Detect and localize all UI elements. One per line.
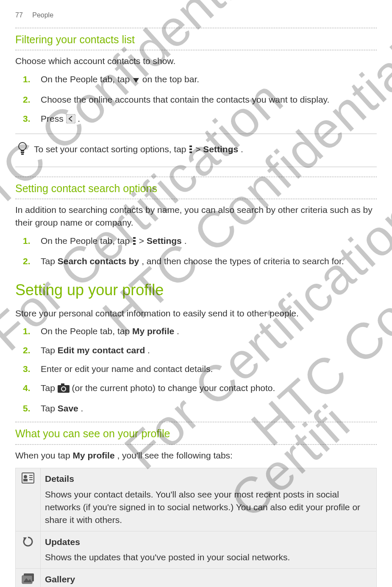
svg-rect-5	[21, 154, 24, 155]
step-text: On the People tab, tap My profile .	[41, 325, 377, 338]
tip-text: To set your contact sorting options, tap…	[34, 143, 243, 157]
my-profile-link: My profile	[72, 450, 114, 460]
step-number: 3.	[15, 112, 41, 127]
step-text: On the People tab, tap on the top bar.	[41, 73, 377, 87]
heading-search-options: Setting contact search options	[15, 181, 377, 196]
page-number: 77	[15, 11, 23, 19]
gallery-tab-title: Gallery	[45, 573, 372, 586]
lightbulb-icon	[17, 142, 28, 159]
camera-icon	[58, 383, 70, 396]
step-number: 1.	[15, 235, 41, 249]
section-name: People	[32, 11, 53, 19]
svg-rect-11	[133, 243, 136, 245]
svg-rect-12	[58, 385, 70, 393]
step-text: Tap Search contacts by , and then choose…	[41, 255, 377, 268]
svg-rect-7	[189, 148, 192, 150]
body-text: When you tap My profile , you'll see the…	[15, 449, 377, 462]
divider	[15, 50, 377, 50]
step-number: 2.	[15, 344, 41, 357]
step-text: Choose the online accounts that contain …	[41, 93, 377, 106]
svg-rect-9	[133, 237, 136, 239]
heading-what-you-can-see: What you can see on your profile	[15, 426, 377, 441]
overflow-menu-icon	[132, 236, 136, 249]
updates-tab-title: Updates	[45, 536, 372, 548]
svg-rect-6	[189, 145, 192, 147]
step-text: Tap (or the current photo) to change you…	[41, 382, 377, 396]
svg-marker-0	[133, 78, 139, 83]
svg-rect-3	[21, 150, 24, 151]
steps-list: 1. On the People tab, tap > Settings . 2…	[15, 235, 377, 268]
step-number: 3.	[15, 363, 41, 375]
svg-rect-13	[61, 383, 64, 386]
settings-link: Settings	[203, 144, 238, 154]
gallery-tab-cell: Gallery Shows your social network albums…	[41, 568, 377, 587]
divider	[15, 176, 377, 177]
svg-rect-1	[66, 114, 75, 123]
step-number: 2.	[15, 93, 41, 106]
divider	[15, 444, 377, 445]
search-contacts-by-link: Search contacts by	[58, 256, 139, 266]
divider	[15, 198, 377, 199]
divider	[15, 28, 377, 28]
step-number: 4.	[15, 382, 41, 396]
step-number: 1.	[15, 325, 41, 338]
settings-link: Settings	[147, 236, 182, 246]
my-profile-link: My profile	[132, 326, 174, 336]
tip-box: To set your contact sorting options, tap…	[15, 134, 377, 167]
heading-filtering: Filtering your contacts list	[15, 32, 377, 47]
body-text: Store your personal contact information …	[15, 307, 377, 320]
updates-tab-icon	[16, 531, 41, 568]
table-row: Updates Shows the updates that you've po…	[16, 531, 377, 568]
gallery-tab-icon	[16, 568, 41, 587]
details-tab-icon	[16, 468, 41, 531]
details-tab-body: Shows your contact details. You'll also …	[45, 489, 360, 525]
updates-tab-cell: Updates Shows the updates that you've po…	[41, 531, 377, 568]
overflow-menu-icon	[189, 145, 193, 157]
dropdown-triangle-icon	[132, 75, 140, 87]
svg-rect-17	[23, 479, 28, 481]
body-text: Choose which account contacts to show.	[15, 55, 377, 67]
save-link: Save	[58, 403, 78, 413]
step-text: On the People tab, tap > Settings .	[41, 235, 377, 249]
steps-list: 1. On the People tab, tap on the top bar…	[15, 73, 377, 127]
details-tab-cell: Details Shows your contact details. You'…	[41, 468, 377, 531]
divider	[15, 422, 377, 422]
details-tab-title: Details	[45, 472, 372, 485]
tabs-table: Details Shows your contact details. You'…	[15, 468, 377, 587]
steps-list: 1. On the People tab, tap My profile . 2…	[15, 325, 377, 415]
step-number: 1.	[15, 73, 41, 87]
edit-contact-card-link: Edit my contact card	[58, 345, 145, 355]
step-text: Tap Save .	[41, 402, 377, 415]
svg-point-2	[19, 143, 26, 150]
step-text: Tap Edit my contact card .	[41, 344, 377, 357]
step-number: 2.	[15, 255, 41, 268]
back-chevron-icon	[66, 114, 75, 127]
table-row: Details Shows your contact details. You'…	[16, 468, 377, 531]
svg-rect-8	[189, 151, 192, 153]
svg-point-16	[24, 475, 27, 478]
step-text: Press .	[41, 112, 377, 127]
svg-rect-10	[133, 240, 136, 242]
step-text: Enter or edit your name and contact deta…	[41, 363, 377, 375]
body-text: In addition to searching contacts by nam…	[15, 204, 377, 229]
step-number: 5.	[15, 402, 41, 415]
running-header: 77 People	[15, 10, 377, 20]
heading-setting-up-profile: Setting up your profile	[15, 279, 377, 301]
updates-tab-body: Shows the updates that you've posted in …	[45, 552, 290, 562]
svg-rect-4	[21, 152, 24, 153]
table-row: Gallery Shows your social network albums…	[16, 568, 377, 587]
